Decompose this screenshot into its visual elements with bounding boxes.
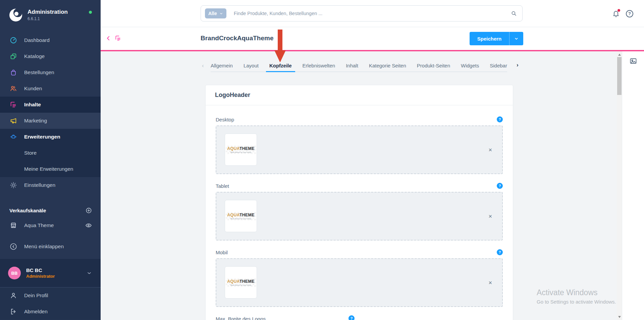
search-scope-dropdown[interactable]: Alle	[205, 8, 226, 18]
orders-icon	[9, 68, 17, 76]
scrollbar-thumb[interactable]	[617, 57, 622, 95]
tab-kategorie-seiten[interactable]: Kategorie Seiten	[369, 63, 406, 71]
sidebar-item-meine-erweiterungen[interactable]: Meine Erweiterungen	[0, 161, 101, 177]
help-button[interactable]: ?	[626, 10, 633, 17]
search-scope-label: Alle	[208, 11, 217, 16]
logo-thumbnail[interactable]: AQUATHEME Best theme for your shop	[225, 266, 257, 299]
search-input[interactable]	[234, 11, 511, 16]
notifications-button[interactable]	[612, 10, 620, 17]
media-dropzone[interactable]: AQUATHEME Best theme for your shop ×	[216, 258, 503, 307]
sidebar-header: Administration 6.6.1.1	[0, 0, 101, 32]
eye-icon[interactable]	[85, 222, 92, 229]
sidebar-item-label: Meine Erweiterungen	[24, 166, 73, 172]
user-role: Administrator	[26, 274, 55, 279]
app-title: Administration	[28, 8, 68, 15]
sidebar-item-bestellungen[interactable]: Bestellungen	[0, 64, 101, 81]
field-label: Mobil	[216, 250, 228, 255]
tab-kopfzeile[interactable]: Kopfzeile	[269, 63, 292, 71]
remove-media-icon[interactable]: ×	[488, 213, 492, 219]
sidebar-item-marketing[interactable]: Marketing	[0, 113, 101, 129]
catalogues-icon	[9, 52, 17, 60]
main-area: Alle ?	[101, 0, 644, 320]
sales-channels-heading-row: Verkaufskanäle	[0, 206, 101, 214]
media-section-tablet: Tablet ? AQUATHEME Best theme for your s…	[216, 182, 503, 241]
add-sales-channel-button[interactable]	[85, 207, 92, 214]
tab-layout[interactable]: Layout	[244, 63, 259, 71]
sidebar-item-kunden[interactable]: Kunden	[0, 81, 101, 97]
vertical-scrollbar[interactable]	[617, 51, 622, 320]
media-section-mobil: Mobil ? AQUATHEME Best theme for your sh…	[216, 249, 503, 307]
sidebar-item-label: Dashboard	[24, 37, 50, 43]
media-dropzone[interactable]: AQUATHEME Best theme for your shop ×	[216, 192, 503, 241]
help-badge-icon[interactable]: ?	[348, 315, 355, 320]
top-bar: Alle ?	[101, 0, 644, 27]
tab-widgets[interactable]: Widgets	[461, 63, 479, 71]
save-button[interactable]: Speichern	[470, 32, 509, 45]
logo-brand-primary: AQUA	[227, 146, 239, 151]
customers-icon	[9, 85, 17, 93]
field-label: Max. Breite des Logos	[216, 316, 266, 320]
tab-bar: Allgemein Layout Kopfzeile Erlebniswelte…	[211, 63, 507, 72]
logo-brand-primary: AQUA	[227, 279, 239, 284]
sidebar-item-store[interactable]: Store	[0, 145, 101, 161]
user-menu[interactable]: BB BC BC Administrator	[0, 259, 101, 287]
shopware-admin-window: Administration 6.6.1.1 Dashboard Katalog…	[0, 0, 644, 320]
tab-sidebar[interactable]: Sidebar	[490, 63, 507, 71]
tab-inhalt[interactable]: Inhalt	[346, 63, 358, 71]
scroll-up-icon[interactable]	[617, 52, 622, 57]
remove-media-icon[interactable]: ×	[488, 147, 492, 153]
sidebar-item-dashboard[interactable]: Dashboard	[0, 32, 101, 48]
logo-brand-primary: AQUA	[227, 213, 239, 217]
user-name: BC BC	[26, 267, 55, 273]
sidebar-item-inhalte[interactable]: Inhalte	[0, 97, 101, 113]
sidebar-item-label: Marketing	[24, 118, 47, 124]
marketing-icon	[9, 117, 17, 125]
logo-tagline: Best theme for your shop	[227, 284, 254, 286]
collapse-menu-button[interactable]: Menü einklappen	[0, 238, 101, 255]
user-submenu: Dein Profil Abmelden	[0, 287, 101, 320]
global-search: Alle	[201, 5, 523, 21]
sales-channels-heading: Verkaufskanäle	[9, 208, 46, 213]
storefront-icon	[9, 221, 17, 229]
tab-erlebniswelten[interactable]: Erlebniswelten	[303, 63, 335, 71]
app-version: 6.6.1.1	[28, 16, 68, 21]
save-options-button[interactable]	[509, 32, 523, 45]
logo-thumbnail[interactable]: AQUATHEME Best theme for your shop	[225, 134, 257, 166]
collapse-circle-icon	[9, 243, 17, 251]
sidebar-item-label: Kataloge	[24, 53, 45, 59]
scroll-down-icon[interactable]	[617, 314, 622, 319]
profile-menu-item[interactable]: Dein Profil	[0, 287, 101, 304]
sidebar-item-label: Kunden	[24, 86, 42, 92]
person-icon	[9, 291, 17, 300]
tab-produkt-seiten[interactable]: Produkt-Seiten	[417, 63, 450, 71]
sidebar-item-aqua-theme[interactable]: Aqua Theme	[0, 217, 101, 233]
sidebar-item-einstellungen[interactable]: Einstellungen	[0, 177, 101, 193]
logout-label: Abmelden	[24, 309, 48, 315]
remove-media-icon[interactable]: ×	[488, 280, 492, 286]
search-icon	[511, 10, 517, 16]
tab-allgemein[interactable]: Allgemein	[211, 63, 233, 71]
logo-header-card: LogoHeader Desktop ? AQUATHEME Best	[205, 85, 513, 320]
tabs-scroll-right-icon[interactable]: ›	[517, 62, 519, 68]
logout-menu-item[interactable]: Abmelden	[0, 304, 101, 320]
help-badge-icon[interactable]: ?	[497, 183, 503, 189]
sidebar-item-label: Store	[24, 150, 37, 156]
theme-pages-icon[interactable]	[115, 35, 121, 42]
back-button[interactable]	[105, 35, 111, 41]
logo-tagline: Best theme for your shop	[227, 151, 254, 153]
tabs-scroll-left-icon[interactable]: ‹	[202, 62, 204, 69]
logo-brand-secondary: THEME	[239, 279, 255, 284]
sidebar-item-erweiterungen[interactable]: Erweiterungen	[0, 129, 101, 145]
media-dropzone[interactable]: AQUATHEME Best theme for your shop ×	[216, 125, 503, 174]
settings-gear-icon	[9, 181, 17, 189]
help-badge-icon[interactable]: ?	[497, 249, 503, 255]
page-title: BrandCrockAquaTheme	[201, 35, 274, 42]
media-panel-button[interactable]	[629, 57, 637, 65]
max-logo-width-field: Max. Breite des Logos ?	[216, 315, 503, 320]
content-area: ‹ Allgemein Layout Kopfzeile Erlebniswel…	[101, 51, 617, 320]
sidebar-item-label: Einstellungen	[24, 182, 55, 188]
logo-thumbnail[interactable]: AQUATHEME Best theme for your shop	[225, 200, 257, 232]
help-icon: ?	[626, 10, 633, 17]
help-badge-icon[interactable]: ?	[497, 116, 503, 122]
sidebar-item-kataloge[interactable]: Kataloge	[0, 48, 101, 64]
